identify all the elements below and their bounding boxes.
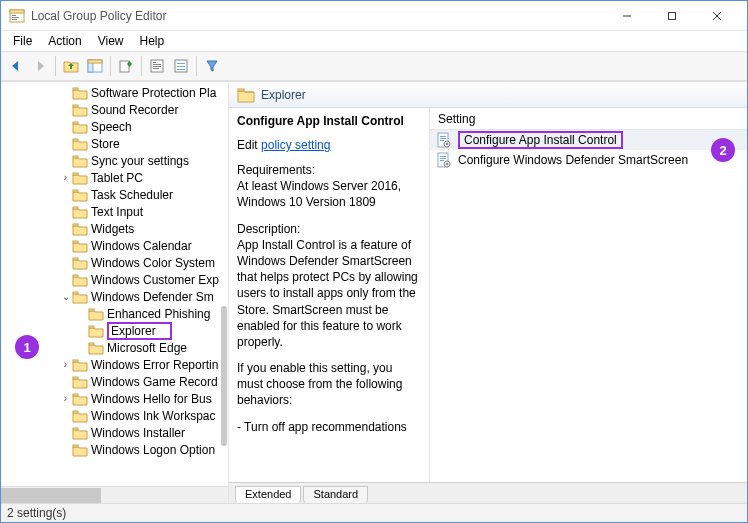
toolbar: [1, 51, 747, 81]
right-header: Explorer: [229, 82, 747, 108]
svg-rect-26: [73, 156, 78, 158]
chevron-right-icon[interactable]: ›: [59, 393, 72, 404]
tree-item[interactable]: Task Scheduler: [1, 186, 228, 203]
menu-help[interactable]: Help: [132, 32, 173, 50]
tree-item[interactable]: Windows Customer Exp: [1, 271, 228, 288]
refresh-button[interactable]: [170, 55, 192, 77]
tree-item[interactable]: Windows Logon Option: [1, 441, 228, 458]
export-button[interactable]: [115, 55, 137, 77]
folder-icon: [72, 256, 88, 270]
tree-item[interactable]: Enhanced Phishing: [1, 305, 228, 322]
svg-rect-47: [440, 138, 446, 139]
tree-item[interactable]: Text Input: [1, 203, 228, 220]
svg-rect-2: [12, 15, 16, 16]
folder-icon: [72, 86, 88, 100]
tabs: Extended Standard: [229, 482, 747, 503]
tree-item[interactable]: Sound Recorder: [1, 101, 228, 118]
svg-rect-29: [73, 207, 78, 209]
folder-icon: [72, 222, 88, 236]
callout-badge-2: 2: [711, 138, 735, 162]
tree-item-label: Microsoft Edge: [107, 341, 187, 355]
settings-row[interactable]: Configure App Install Control: [430, 130, 747, 150]
svg-rect-24: [73, 122, 78, 124]
description-text-2: If you enable this setting, you must cho…: [237, 360, 421, 409]
folder-icon: [72, 290, 88, 304]
menu-action[interactable]: Action: [40, 32, 89, 50]
tree-item[interactable]: ›Windows Error Reportin: [1, 356, 228, 373]
close-button[interactable]: [694, 2, 739, 30]
svg-rect-42: [73, 428, 78, 430]
tree-hscroll-track[interactable]: [1, 488, 228, 503]
svg-rect-44: [238, 89, 244, 91]
properties-button[interactable]: [146, 55, 168, 77]
svg-rect-20: [177, 66, 185, 67]
folder-icon: [72, 171, 88, 185]
tree-item[interactable]: Windows Calendar: [1, 237, 228, 254]
svg-rect-53: [440, 158, 446, 159]
tree-item[interactable]: Explorer: [1, 322, 228, 339]
forward-button[interactable]: [29, 55, 51, 77]
description-heading: Description:: [237, 221, 421, 237]
tree-item-label: Sound Recorder: [91, 103, 178, 117]
tree-item[interactable]: Windows Color System: [1, 254, 228, 271]
tree-item-label: Windows Logon Option: [91, 443, 215, 457]
show-hide-tree-button[interactable]: [84, 55, 106, 77]
settings-list-pane: Setting Configure App Install ControlCon…: [429, 108, 747, 482]
toolbar-divider: [141, 56, 142, 76]
tree-item[interactable]: Speech: [1, 118, 228, 135]
tree-item-label: Tablet PC: [91, 171, 143, 185]
tree-item-label: Software Protection Pla: [91, 86, 216, 100]
svg-rect-17: [153, 68, 159, 69]
tree-item[interactable]: Sync your settings: [1, 152, 228, 169]
tree-scroll[interactable]: Software Protection PlaSound RecorderSpe…: [1, 82, 228, 486]
tree-item[interactable]: ⌄Windows Defender Sm: [1, 288, 228, 305]
right-body: Configure App Install Control Edit polic…: [229, 108, 747, 482]
svg-rect-39: [73, 377, 78, 379]
tab-extended[interactable]: Extended: [235, 486, 301, 503]
app-icon: [9, 8, 25, 24]
tree-vscroll[interactable]: [218, 82, 228, 486]
tree-item-label: Widgets: [91, 222, 134, 236]
filter-button[interactable]: [201, 55, 223, 77]
tree-item-label: Enhanced Phishing: [107, 307, 210, 321]
svg-rect-3: [12, 17, 19, 18]
minimize-button[interactable]: [604, 2, 649, 30]
tree-item[interactable]: ›Windows Hello for Bus: [1, 390, 228, 407]
up-button[interactable]: [60, 55, 82, 77]
svg-rect-33: [73, 275, 78, 277]
edit-policy-link[interactable]: policy setting: [261, 138, 330, 152]
settings-row[interactable]: Configure Windows Defender SmartScreen: [430, 150, 747, 170]
settings-column-header[interactable]: Setting: [430, 108, 747, 130]
folder-icon: [72, 375, 88, 389]
tree-item[interactable]: ›Tablet PC: [1, 169, 228, 186]
tree-hscroll-thumb[interactable]: [1, 488, 101, 503]
chevron-down-icon[interactable]: ⌄: [59, 291, 72, 302]
tree-item[interactable]: Widgets: [1, 220, 228, 237]
tree-item[interactable]: Windows Installer: [1, 424, 228, 441]
tab-standard[interactable]: Standard: [303, 486, 368, 503]
menu-file[interactable]: File: [5, 32, 40, 50]
tree-vscroll-thumb[interactable]: [221, 306, 227, 446]
tree-item[interactable]: Windows Game Record: [1, 373, 228, 390]
folder-icon: [72, 426, 88, 440]
chevron-right-icon[interactable]: ›: [59, 359, 72, 370]
back-button[interactable]: [5, 55, 27, 77]
tree-item[interactable]: Windows Ink Workspac: [1, 407, 228, 424]
settings-row-label: Configure Windows Defender SmartScreen: [458, 153, 688, 167]
tree-item[interactable]: Store: [1, 135, 228, 152]
tree-item-label: Task Scheduler: [91, 188, 173, 202]
requirements-text: At least Windows Server 2016, Windows 10…: [237, 178, 421, 210]
folder-icon: [88, 324, 104, 338]
menu-view[interactable]: View: [90, 32, 132, 50]
tree-hscroll[interactable]: [1, 486, 228, 503]
settings-row-label: Configure App Install Control: [458, 131, 623, 149]
folder-icon: [72, 103, 88, 117]
tree-item-label: Windows Hello for Bus: [91, 392, 212, 406]
svg-rect-36: [89, 326, 94, 328]
description-block: Description: App Install Control is a fe…: [237, 221, 421, 351]
maximize-button[interactable]: [649, 2, 694, 30]
tree-item[interactable]: Software Protection Pla: [1, 84, 228, 101]
chevron-right-icon[interactable]: ›: [59, 172, 72, 183]
tree-item-label: Text Input: [91, 205, 143, 219]
svg-rect-40: [73, 394, 78, 396]
